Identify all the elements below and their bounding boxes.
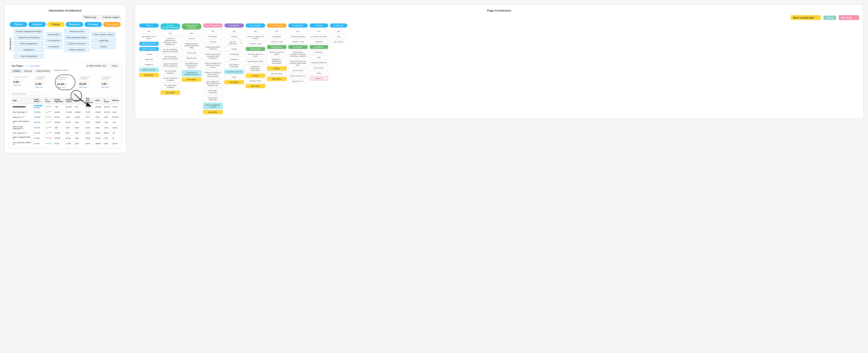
col-header-pmb: Practice Management Bridge bbox=[160, 24, 180, 30]
col-pmb: Practice Management Bridge hero 1. overv… bbox=[160, 24, 180, 95]
item-home-platform-overview: platform overview bbox=[139, 42, 159, 46]
tab-growing[interactable]: Growing bbox=[11, 69, 22, 73]
item-ent-integrations: integrations + opportunity for customiza… bbox=[267, 57, 286, 65]
platform-logo-btn[interactable]: Platform logo bbox=[82, 15, 99, 19]
table-settings-btn[interactable]: ⊞ Table settings 1415 bbox=[85, 64, 107, 67]
export-btn[interactable]: ↑ Export bbox=[109, 64, 119, 67]
view-more-3[interactable]: View more bbox=[57, 87, 73, 88]
item-pat-hero: hero bbox=[203, 29, 223, 33]
item-pat-case1: Case studies + testimonial bbox=[203, 89, 223, 95]
nav-columns: Practice Management Bridge Payments and … bbox=[14, 29, 121, 59]
item-comp-overview: overview bbox=[224, 34, 244, 39]
pricing-tag[interactable]: Pricing bbox=[824, 15, 836, 20]
item-pmb-top-comp: TOP FEATURES compliance bbox=[160, 69, 180, 75]
item-pmb-overview: 1. overview 2. payments and financing 3.… bbox=[160, 36, 180, 46]
item-co-mission: our mission and vision bbox=[310, 34, 328, 39]
nav-platform[interactable]: Platform bbox=[10, 22, 27, 27]
col-providers: For providers hero social proof stats or… bbox=[246, 24, 265, 88]
nav-pricing[interactable]: Pricing bbox=[47, 22, 64, 27]
th-pv: Unique Pageviews bbox=[53, 97, 64, 104]
metric-label-2: ↑ Trending up 4,058.98% bbox=[35, 76, 51, 80]
item-home-security: security bbox=[139, 52, 159, 56]
col-partners: For partners hero partner logo gallery o… bbox=[288, 24, 308, 83]
item-comp-training: training bbox=[224, 47, 244, 51]
filter-input[interactable] bbox=[11, 92, 46, 96]
col-header-home: Home bbox=[139, 24, 159, 28]
demo-landing-tag[interactable]: Demo Landing Page ✏️ bbox=[791, 15, 821, 20]
pricing-label: Pricing bbox=[826, 17, 834, 19]
analytics-controls: ⊞ Table settings 1415 ↑ Export bbox=[85, 64, 119, 67]
filter-by-page bbox=[11, 92, 119, 96]
item-co-stats: stats bbox=[310, 55, 328, 60]
sub-col-solutions: Practice Management Bridge Payments and … bbox=[14, 29, 44, 52]
item-part-form: partner form ✏️ bbox=[288, 79, 308, 83]
resources-tag[interactable]: Resources ✏️ bbox=[839, 15, 859, 20]
sub-vision[interactable]: Vision, Mission, Values bbox=[91, 32, 116, 37]
resources-label: Resources bbox=[841, 17, 852, 19]
nav-get-demo[interactable]: Get a demo bbox=[103, 22, 121, 27]
sub-compliance[interactable]: Compliance bbox=[14, 47, 44, 52]
item-prov-overcome: Overcome barriers to growth bbox=[246, 52, 265, 58]
item-part-referral: Referral Earn incentives for actively ma… bbox=[288, 50, 308, 58]
page-arch-title: Page Architecture bbox=[139, 9, 859, 12]
sub-integrations[interactable]: See all integrations bbox=[14, 54, 44, 59]
col-enterprise: For enterprises hero logo gallery overvi… bbox=[267, 24, 286, 81]
item-pmb-top-comp2: TOP FEATURES compliance bbox=[160, 83, 180, 90]
metric-value-3: 24.6K ↑ bbox=[57, 83, 73, 86]
item-pay-overview: overview bbox=[182, 36, 202, 41]
col-header-partners: For partners bbox=[288, 24, 308, 28]
sub-patient[interactable]: Patient engagement bbox=[14, 41, 44, 46]
sub-why-rect[interactable]: Why Rectangle Health? bbox=[64, 35, 90, 40]
nav-solutions[interactable]: Solutions bbox=[28, 22, 46, 27]
metric-card-4: ↑ Trending up 4,793.34% — — — — — 20.8K … bbox=[77, 74, 97, 90]
item-part-distribution: Distribution Drive new business opportun… bbox=[288, 59, 308, 67]
th-ent: Entrances bbox=[73, 97, 85, 104]
sub-resource-center[interactable]: Resource center bbox=[64, 29, 90, 34]
item-home-logo: logo gallery or proof points bbox=[139, 34, 159, 41]
nav-company[interactable]: Company bbox=[85, 22, 102, 27]
item-co-events: events ✏️ bbox=[310, 76, 328, 81]
data-table-container: Page Traffic Share ▼ YY Trend Unique Pag… bbox=[11, 97, 119, 146]
item-pmb-hero: hero bbox=[160, 31, 180, 35]
table-row: auth0_/u/login/identifier 🔗 0.18% 109.2M… bbox=[11, 135, 119, 141]
tab-declining[interactable]: Declining bbox=[23, 69, 34, 73]
item-prov-integrations: integrations + opportunity for customiza… bbox=[246, 64, 265, 72]
th-exits: Exits bbox=[94, 97, 103, 104]
sub-payments[interactable]: Payments and financing bbox=[14, 35, 44, 40]
sub-providers[interactable]: For providers bbox=[45, 32, 62, 37]
item-comp-get-demo: Get a Demo bbox=[224, 80, 244, 84]
sub-partner-res[interactable]: Partner resources bbox=[64, 47, 90, 52]
view-more-2[interactable]: View more bbox=[35, 86, 51, 88]
analytics-count: 1272 bbox=[25, 65, 28, 67]
sub-customer-res[interactable]: Customer resources bbox=[64, 41, 90, 46]
nav-resources[interactable]: Resources bbox=[66, 22, 83, 27]
item-lead-join: join our team bbox=[330, 40, 347, 44]
item-ent-pricing: pricing bbox=[267, 66, 286, 70]
sub-partners[interactable]: For partners bbox=[45, 44, 62, 49]
hide-insights[interactable]: Hide Insights bbox=[30, 65, 40, 67]
col-header-enterprise: For enterprises bbox=[267, 24, 286, 28]
table-row: auth_/authorize 🔗 0.37% 130.4M94M7.8M00:… bbox=[11, 130, 119, 135]
nav-section: Navigation Practice Management Bridge Pa… bbox=[9, 29, 121, 59]
sub-practice-mgmt[interactable]: Practice Management Bridge bbox=[14, 29, 44, 34]
view-more-4[interactable]: View more bbox=[79, 86, 95, 88]
entrances-label: Entrances: Total ▼ bbox=[54, 69, 68, 73]
col-patient: Patient Engagement hero KPI module? over… bbox=[203, 24, 223, 114]
metric-card-5: ↑ Trending up 5,148.07% — — — — — 7.8K ↑… bbox=[99, 74, 119, 90]
tab-newly-detected[interactable]: Newly Detected bbox=[34, 69, 51, 73]
table-row: 42.74% 1.2B381.2M11B08:09842.6M785.7M74.… bbox=[11, 104, 119, 109]
item-home-get-demo: get a demo bbox=[139, 73, 159, 77]
item-part-resources: partner resources ✏️ bbox=[288, 73, 308, 78]
metric-label-4: ↑ Trending up 4,793.34% bbox=[79, 76, 95, 80]
sub-careers[interactable]: Careers bbox=[91, 44, 116, 49]
table-row: chat_/auth/test_callback 🔗 0.13% 22.4M17… bbox=[11, 141, 119, 146]
view-more-1[interactable]: View more bbox=[13, 84, 29, 86]
nav-row-solutions: Practice Management Bridge Payments and … bbox=[14, 29, 121, 52]
sub-leadership[interactable]: Leadership bbox=[91, 38, 116, 43]
item-ent-logo: logo gallery bbox=[267, 34, 286, 39]
view-more-5[interactable]: View more bbox=[101, 86, 117, 88]
th-uv: Unique Visitors bbox=[64, 97, 73, 104]
item-home-integrations: integrations bbox=[139, 63, 159, 67]
customer-support-btn[interactable]: Customer support bbox=[100, 15, 121, 19]
sub-enterprise[interactable]: For enterprise bbox=[45, 38, 62, 43]
